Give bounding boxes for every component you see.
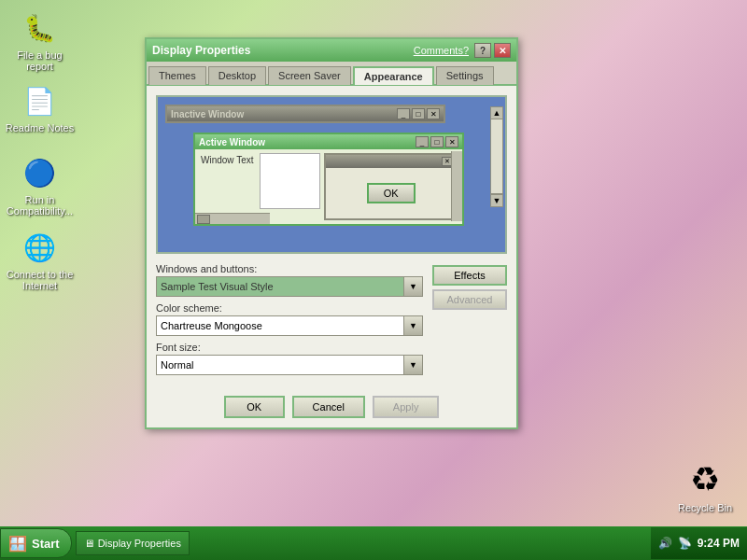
tab-settings[interactable]: Settings [436, 66, 494, 85]
dialog-footer: OK Cancel Apply [147, 390, 516, 427]
readme-label: Readme Notes [6, 122, 74, 133]
taskbar-time: 9:24 PM [698, 537, 740, 550]
color-scheme-arrow[interactable]: ▼ [404, 315, 423, 336]
run-compat-icon: 🔵 [21, 154, 59, 191]
active-window-title: Active Window [199, 137, 265, 147]
dialog-title: Display Properties [152, 44, 250, 57]
recycle-bin[interactable]: ♻ Recycle Bin [672, 457, 738, 513]
active-minimize[interactable]: _ [416, 136, 429, 147]
font-size-row: Font size: Normal ▼ [156, 342, 423, 375]
hscroll-thumb [197, 215, 210, 224]
active-titlebar: Active Window _ □ ✕ [195, 134, 462, 149]
desktop-icon-connect[interactable]: 🌐 Connect to the Internet [5, 229, 75, 291]
preview-area: Inactive Window _ □ ✕ Active Window _ □ … [156, 95, 507, 254]
scroll-down[interactable]: ▼ [490, 194, 503, 207]
apply-button[interactable]: Apply [373, 396, 440, 418]
inner-dialog: ✕ OK [324, 153, 458, 220]
recycle-bin-label: Recycle Bin [678, 502, 732, 513]
inactive-minimize[interactable]: _ [397, 108, 410, 119]
preview-ok-button[interactable]: OK [367, 183, 416, 203]
windows-buttons-arrow[interactable]: ▼ [404, 276, 423, 297]
color-scheme-row: Color scheme: Chartreuse Mongoose ▼ [156, 302, 423, 336]
inactive-close[interactable]: ✕ [427, 108, 440, 119]
taskbar: 🪟 Start 🖥 Display Properties 🔊 📡 9:24 PM [0, 526, 747, 560]
file-bug-label: File a bug report [5, 49, 75, 72]
active-maximize[interactable]: □ [430, 136, 444, 147]
active-window: Active Window _ □ ✕ Window Text [193, 133, 464, 226]
form-right: Effects Advanced [432, 263, 507, 310]
tabs-bar: Themes Desktop Screen Saver Appearance S… [147, 62, 516, 86]
tab-appearance[interactable]: Appearance [353, 66, 434, 85]
desktop-icon-file-bug[interactable]: 🐛 File a bug report [5, 9, 75, 72]
windows-buttons-row: Windows and buttons: Sample Test Visual … [156, 263, 423, 297]
active-hscrollbar[interactable] [195, 213, 270, 224]
recycle-bin-icon: ♻ [683, 457, 727, 502]
active-scrollbar[interactable] [451, 151, 462, 221]
desktop-icon-readme[interactable]: 📄 Readme Notes [5, 82, 75, 133]
start-button[interactable]: 🪟 Start [0, 528, 72, 558]
inactive-controls: _ □ ✕ [397, 108, 440, 119]
form-area: Windows and buttons: Sample Test Visual … [147, 263, 516, 390]
dialog-controls: ? ✕ [474, 43, 511, 58]
cancel-button[interactable]: Cancel [292, 396, 365, 418]
taskbar-task[interactable]: 🖥 Display Properties [76, 531, 190, 555]
windows-buttons-label: Windows and buttons: [156, 263, 423, 274]
font-size-value[interactable]: Normal [156, 355, 404, 375]
inner-dialog-title: ✕ [326, 155, 457, 168]
font-size-dropdown: Normal ▼ [156, 355, 423, 375]
start-label: Start [32, 537, 60, 551]
inner-list [260, 153, 320, 209]
effects-button[interactable]: Effects [432, 265, 507, 286]
preview-scrollbar: ▲ ▼ [490, 106, 503, 207]
font-size-label: Font size: [156, 342, 423, 353]
dialog-titlebar: Display Properties Comments? ? ✕ [147, 39, 516, 62]
window-text: Window Text [199, 153, 256, 220]
tab-screensaver[interactable]: Screen Saver [268, 66, 351, 85]
task-icon: 🖥 [84, 538, 94, 549]
color-scheme-value[interactable]: Chartreuse Mongoose [156, 315, 404, 336]
taskbar-tray: 🔊 📡 9:24 PM [651, 527, 747, 559]
readme-icon: 📄 [21, 82, 59, 119]
display-properties-dialog: Display Properties Comments? ? ✕ Themes … [145, 37, 518, 429]
run-compat-label: Run in Compatibility... [5, 194, 75, 217]
connect-icon: 🌐 [21, 229, 59, 266]
connect-label: Connect to the Internet [5, 269, 75, 291]
active-close[interactable]: ✕ [445, 136, 458, 147]
file-bug-icon: 🐛 [21, 9, 59, 47]
font-size-arrow[interactable]: ▼ [404, 355, 423, 375]
taskbar-middle: 🖥 Display Properties [72, 531, 651, 555]
task-label: Display Properties [98, 538, 181, 549]
inactive-titlebar: Inactive Window _ □ ✕ [167, 106, 444, 121]
form-content: Windows and buttons: Sample Test Visual … [156, 263, 507, 381]
inactive-window: Inactive Window _ □ ✕ Active Window _ □ … [165, 105, 445, 123]
ok-button[interactable]: OK [224, 396, 285, 418]
windows-buttons-dropdown: Sample Test Visual Style ▼ [156, 276, 423, 297]
color-scheme-dropdown: Chartreuse Mongoose ▼ [156, 315, 423, 336]
tab-themes[interactable]: Themes [148, 66, 206, 85]
windows-buttons-value[interactable]: Sample Test Visual Style [156, 276, 404, 297]
inactive-maximize[interactable]: □ [412, 108, 425, 119]
advanced-button[interactable]: Advanced [432, 289, 507, 310]
inactive-window-title: Inactive Window [171, 109, 244, 119]
scroll-up[interactable]: ▲ [490, 106, 503, 119]
inner-dialog-content: OK [326, 168, 457, 218]
tray-icon-network: 📡 [678, 537, 692, 550]
color-scheme-label: Color scheme: [156, 302, 423, 314]
active-controls: _ □ ✕ [416, 136, 458, 147]
comments-link[interactable]: Comments? [414, 45, 469, 56]
form-left: Windows and buttons: Sample Test Visual … [156, 263, 423, 381]
tray-icon-sound: 🔊 [658, 537, 672, 550]
close-button[interactable]: ✕ [494, 43, 511, 58]
scroll-track [490, 119, 503, 194]
help-button[interactable]: ? [474, 43, 491, 58]
tab-desktop[interactable]: Desktop [208, 66, 266, 85]
start-icon: 🪟 [8, 535, 27, 553]
desktop-icon-run-compat[interactable]: 🔵 Run in Compatibility... [5, 154, 75, 217]
